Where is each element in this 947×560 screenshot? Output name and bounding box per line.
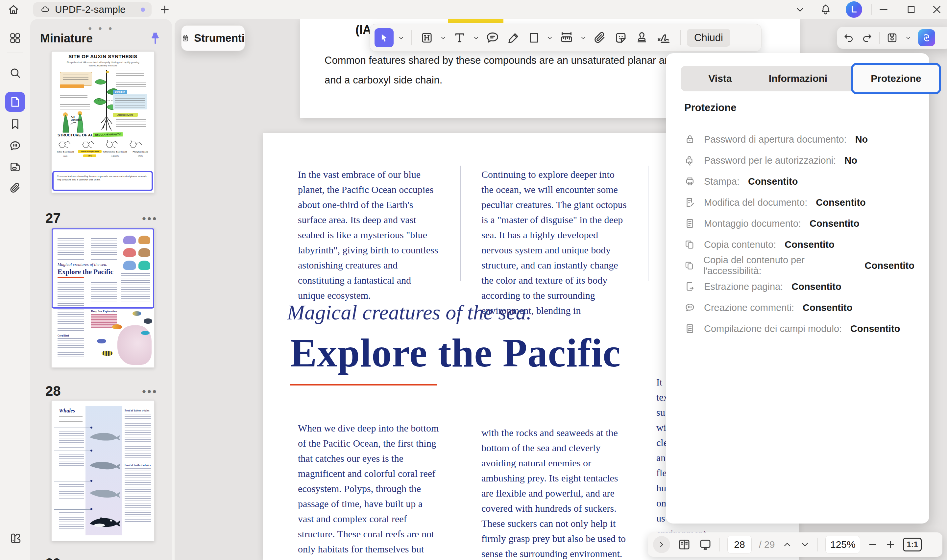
pin-panel-button[interactable] [148,30,162,48]
stamp-tool-button[interactable] [633,29,651,47]
thumb29-more-button[interactable]: ••• [142,557,158,560]
expand-panel-button[interactable] [653,536,670,553]
maximize-button[interactable] [904,2,919,17]
measure-tool-dropdown[interactable] [579,34,588,42]
form-fields-icon [684,323,696,334]
title-bar: UPDF-2-sample L [0,0,947,19]
save-options-dropdown[interactable] [904,34,912,42]
tools-label: Strumenti [194,32,245,45]
sidebar-item-bookmarks[interactable] [5,114,25,134]
text-tool-button[interactable] [451,29,468,47]
quick-actions-bar [837,27,947,49]
thumbnail-page-29[interactable]: Whales Food of baleen whales Food [51,400,154,541]
sidebar-item-thumbnails[interactable] [5,92,25,112]
cell-elongation-label: CellElongation [71,116,82,121]
tab-informazioni[interactable]: Informazioni [757,66,839,91]
heading-tool-button[interactable] [418,29,436,47]
text-tool-dropdown[interactable] [472,34,480,42]
chem-abbr: (PAA) [129,155,152,157]
zoom-level-input[interactable]: 125% [825,536,860,554]
chevron-down-icon [904,34,912,42]
notifications-button[interactable] [818,2,833,17]
tab-vista[interactable]: Vista [681,66,759,91]
protection-item: Password per le autorizzazioni: No [684,150,915,171]
chem-abbr-highlighted: (IBA) [83,154,96,157]
signature-tool-button[interactable] [654,29,674,47]
thumb28-more-button[interactable]: ••• [142,385,158,398]
sidebar-item-grid[interactable] [5,28,25,48]
sidebar-item-search[interactable] [5,63,25,83]
column-1: In the vast embrace of our blue planet, … [298,167,440,303]
comment-icon [485,31,500,45]
page-layout-button[interactable] [678,538,691,551]
select-tool-dropdown[interactable] [397,34,405,42]
previous-page-button[interactable] [782,539,793,550]
cell-elongation-illustration [61,111,89,133]
thumbnail-page-27[interactable]: SITE OF AUXIN SYNTHESIS Biosynthesis of … [51,51,154,193]
left-sidebar [0,19,30,560]
thumbnail-page-28[interactable]: Magical creatures of the sea. Explore th… [51,228,154,368]
heading-tool-dropdown[interactable] [439,34,448,42]
avatar-letter: L [851,4,856,15]
protection-item: Modifica del documento: Consentito [684,192,915,213]
document-tab[interactable]: UPDF-2-sample [33,2,152,17]
collapse-toolbar-button[interactable] [793,2,808,17]
close-button[interactable] [929,2,944,17]
redo-button[interactable] [861,32,873,44]
timeline-dot [91,508,92,510]
maximize-icon [905,4,917,15]
divider [54,451,92,451]
printer-icon [684,176,696,187]
tab-protezione[interactable]: Protezione [851,63,941,94]
cloud-icon [40,4,50,15]
shape-tool-button[interactable] [526,29,542,47]
page28-viewport-indicator[interactable] [51,228,154,309]
new-tab-button[interactable] [157,2,172,17]
ai-assistant-button[interactable] [918,29,935,46]
page-number-input[interactable]: 28 [727,536,752,554]
minimize-button[interactable] [876,2,891,17]
zoom-out-button[interactable] [867,539,878,550]
sidebar-item-attachments[interactable] [5,178,25,198]
tools-button[interactable]: Strumenti [181,25,245,51]
select-tool-button[interactable] [374,28,394,47]
close-toolbar-button[interactable]: Chiudi [687,29,730,47]
save-button[interactable] [886,32,898,44]
zoom-in-icon [885,539,896,550]
sidebar-item-slides[interactable] [5,157,25,177]
attachment-tool-button[interactable] [591,29,609,47]
thumb27-more-button[interactable]: ••• [142,212,158,225]
close-label: Chiudi [694,32,723,44]
highlight-mark [448,19,504,23]
sidebar-item-comments[interactable] [5,136,25,156]
actual-size-button[interactable]: 1:1 [903,538,922,551]
column-4: with the rocks and seaweeds at the botto… [481,425,627,560]
next-page-button[interactable] [800,539,810,550]
pin-icon [148,30,162,47]
measure-tool-button[interactable] [557,29,576,47]
slides-icon [9,160,22,174]
column-3: When we dive deep into the bottom of the… [298,421,440,560]
presentation-button[interactable] [698,538,712,551]
sticker-tool-button[interactable] [612,29,630,47]
pencil-tool-button[interactable] [505,29,522,47]
thumb27-note: Common features shared by these compound… [57,175,148,182]
divider [680,30,681,45]
avatar[interactable]: L [846,1,862,18]
humpback-whale-image [87,458,121,472]
minimize-icon [878,4,890,15]
presentation-icon [698,538,712,551]
comment-tool-button[interactable] [484,29,502,47]
page27-viewport-indicator[interactable]: Common features shared by these compound… [52,171,153,191]
chevron-down-icon [439,34,448,42]
thumb28-section-heading: Deep Sea Exploration [91,309,117,313]
shape-tool-dropdown[interactable] [545,34,554,42]
chem-label: Indole-3-acetic acid [54,151,77,153]
timeline-dot [91,449,92,452]
chem-label-highlighted: Indole-3-butyric acid [78,150,102,153]
sidebar-item-appearance[interactable] [5,528,25,548]
zoom-in-button[interactable] [885,539,896,550]
protection-item: Estrazione pagina: Consentito [684,276,915,297]
undo-button[interactable] [842,32,855,44]
home-button[interactable] [6,2,21,17]
